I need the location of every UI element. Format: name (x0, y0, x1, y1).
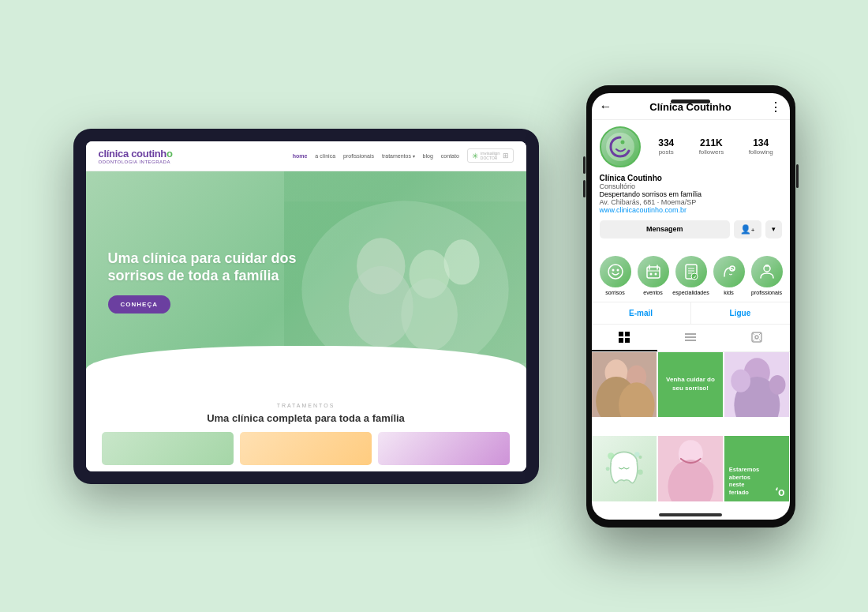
back-button[interactable]: ← (600, 99, 612, 114)
nav-blog[interactable]: blog (423, 153, 433, 159)
grid-post-1[interactable] (592, 352, 657, 418)
svg-rect-24 (619, 332, 623, 336)
svg-point-14 (654, 272, 657, 275)
nav-professionals[interactable]: profissionais (343, 153, 374, 159)
phone-screen: ← Clínica Coutinho ⋮ (592, 93, 790, 520)
svg-rect-26 (619, 338, 623, 343)
svg-point-46 (769, 374, 786, 394)
profile-actions: Mensagem 👤+ ▾ (600, 220, 782, 238)
photo-grid: Venha cuidar do seu sorriso! (592, 352, 790, 520)
thumb-1 (102, 432, 234, 465)
svg-point-49 (634, 452, 640, 457)
svg-point-4 (401, 278, 458, 351)
overlay-text-1: Venha cuidar do seu sorriso! (663, 376, 719, 392)
highlight-especialidades[interactable]: ✓ especialidades (675, 256, 707, 295)
contact-buttons: E-mail Ligue (592, 302, 790, 325)
svg-point-5 (443, 239, 479, 284)
svg-rect-27 (625, 338, 630, 343)
highlight-profissionais[interactable]: profissionais (751, 256, 783, 295)
nav-clinic[interactable]: a clínica (315, 153, 335, 159)
nav-treatments[interactable]: tratamentos (382, 153, 415, 159)
following-label: following (749, 148, 773, 156)
svg-point-51 (638, 469, 643, 475)
follow-button[interactable]: 👤+ (734, 220, 761, 238)
posts-count: 334 (658, 137, 674, 148)
following-count: 134 (749, 137, 773, 148)
grid-post-2[interactable]: Venha cuidar do seu sorriso! (658, 352, 724, 418)
bio-link[interactable]: www.clinicacoutinho.com.br (600, 206, 782, 214)
svg-point-3 (409, 250, 449, 298)
svg-point-10 (616, 268, 619, 271)
highlight-kids[interactable]: kids (713, 256, 745, 295)
story-highlights: sorrisos eventos (592, 251, 790, 302)
profile-username: Clínica Coutinho (649, 101, 731, 113)
followers-count: 211K (699, 137, 724, 148)
treatment-thumbnails (102, 432, 511, 465)
tablet-hero: Uma clínica para cuidar dos sorrisos de … (86, 171, 526, 393)
grid-icon: ⊞ (503, 152, 509, 160)
svg-point-13 (649, 272, 652, 275)
grid-post-3[interactable] (724, 352, 790, 418)
svg-rect-23 (765, 265, 769, 267)
svg-point-8 (608, 265, 623, 279)
hero-text: Uma clínica para cuidar dos sorrisos de … (108, 250, 313, 314)
highlight-eventos[interactable]: eventos (638, 256, 669, 295)
profile-stats: 334 posts 211K followers 134 following (650, 137, 782, 156)
svg-point-50 (606, 467, 610, 471)
overlay-text-2: Estaremosabertosnesteferiado (729, 466, 759, 497)
profile-bio: Clínica Coutinho Consultório Despertando… (600, 174, 782, 214)
highlight-circle-eventos (638, 256, 669, 287)
power-button (796, 164, 799, 188)
svg-rect-25 (625, 332, 630, 336)
following-stat: 134 following (749, 137, 773, 156)
svg-point-1 (357, 238, 405, 295)
nav-contact[interactable]: contato (441, 153, 459, 159)
nav-home[interactable]: home (293, 153, 308, 159)
star-icon: ✳ (472, 152, 478, 160)
hero-cta-button[interactable]: CONHEÇA (108, 295, 170, 314)
grid-post-4[interactable] (592, 436, 657, 501)
logo-small-icon: ʻo (775, 486, 785, 498)
svg-text:✓: ✓ (692, 275, 696, 280)
logo-sub: ODONTOLOGIA INTEGRADA (99, 160, 173, 164)
posts-label: posts (658, 148, 674, 156)
tablet-device: clínica coutinho ODONTOLOGIA INTEGRADA h… (73, 129, 539, 484)
svg-point-45 (731, 369, 750, 392)
grid-tabs (592, 325, 790, 352)
bio-name: Clínica Coutinho (600, 174, 782, 182)
tablet-logo: clínica coutinho ODONTOLOGIA INTEGRADA (99, 148, 173, 164)
vol-down-button (583, 180, 586, 197)
bio-address: Av. Chibarás, 681 · Moema/SP (600, 198, 782, 206)
grid-post-6[interactable]: Estaremosabertosnesteferiado ʻo (724, 436, 790, 501)
more-dropdown-button[interactable]: ▾ (765, 220, 782, 238)
highlight-circle-kids (713, 256, 745, 287)
svg-point-52 (638, 456, 642, 459)
highlight-circle-sorrisos (600, 256, 631, 287)
email-button[interactable]: E-mail (592, 302, 690, 324)
treatments-section: TRATAMENTOS Uma clínica completa para to… (86, 393, 526, 471)
svg-point-32 (755, 336, 758, 339)
tab-list[interactable] (657, 325, 724, 351)
message-button[interactable]: Mensagem (600, 220, 730, 238)
more-options-button[interactable]: ⋮ (769, 99, 782, 115)
highlight-label-kids: kids (724, 290, 733, 295)
highlight-circle-profissionais (751, 256, 783, 287)
highlight-circle-especialidades: ✓ (675, 256, 707, 287)
logo-text: clínica coutinho (99, 148, 173, 160)
grid-post-5[interactable] (658, 436, 724, 501)
phone-device: ← Clínica Coutinho ⋮ (586, 85, 795, 528)
tablet-screen: clínica coutinho ODONTOLOGIA INTEGRADA h… (86, 141, 526, 471)
svg-point-48 (608, 452, 614, 459)
highlight-sorrisos[interactable]: sorrisos (600, 256, 631, 295)
instagram-profile: 334 posts 211K followers 134 following (592, 120, 790, 251)
vol-up-button (583, 156, 586, 174)
tab-tagged[interactable] (724, 325, 790, 351)
highlight-label-sorrisos: sorrisos (605, 290, 625, 295)
thumb-3 (378, 432, 510, 465)
bio-description: Despertando sorrisos em família (600, 190, 782, 198)
profile-top: 334 posts 211K followers 134 following (600, 126, 782, 167)
invisalign-text: invisalignDOCTOR (481, 151, 500, 160)
call-button[interactable]: Ligue (690, 302, 789, 324)
tablet-nav: clínica coutinho ODONTOLOGIA INTEGRADA h… (86, 141, 526, 171)
tab-grid[interactable] (592, 325, 658, 351)
